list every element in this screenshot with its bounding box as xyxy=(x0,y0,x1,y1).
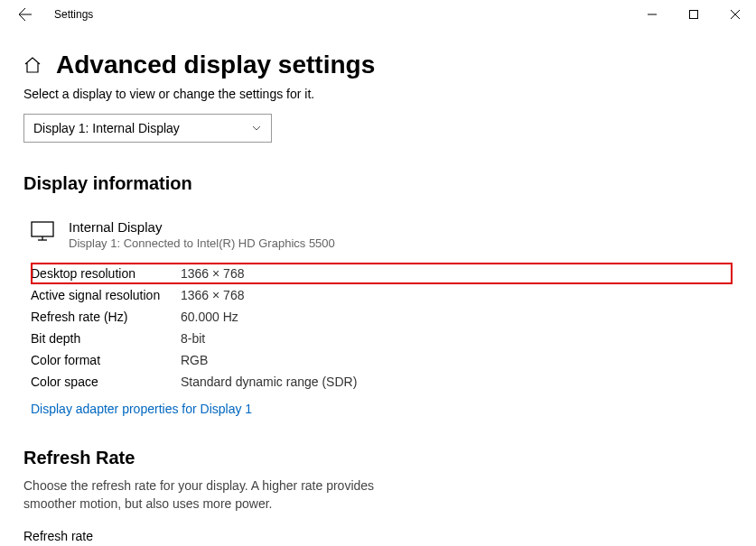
info-label: Desktop resolution xyxy=(31,266,181,281)
info-row-bit-depth: Bit depth 8-bit xyxy=(31,328,733,349)
info-row-active-signal: Active signal resolution 1366 × 768 xyxy=(31,284,733,306)
page-subtext: Select a display to view or change the s… xyxy=(23,87,733,101)
info-label: Bit depth xyxy=(31,331,181,346)
info-row-desktop-resolution: Desktop resolution 1366 × 768 xyxy=(31,263,733,284)
chevron-down-icon xyxy=(251,123,262,134)
refresh-rate-description: Choose the refresh rate for your display… xyxy=(23,477,412,513)
maximize-button[interactable] xyxy=(673,0,714,29)
content-area: Advanced display settings Select a displ… xyxy=(0,29,756,546)
svg-rect-1 xyxy=(690,11,698,19)
display-info-table: Desktop resolution 1366 × 768 Active sig… xyxy=(23,263,733,393)
close-button[interactable] xyxy=(714,0,756,29)
display-connection: Display 1: Connected to Intel(R) HD Grap… xyxy=(69,236,335,250)
page-header: Advanced display settings xyxy=(23,51,733,79)
minimize-button[interactable] xyxy=(631,0,673,29)
home-icon[interactable] xyxy=(23,56,42,74)
arrow-left-icon xyxy=(18,7,33,22)
display-select-dropdown[interactable]: Display 1: Internal Display xyxy=(23,114,272,143)
info-row-color-space: Color space Standard dynamic range (SDR) xyxy=(31,371,733,393)
dropdown-selected: Display 1: Internal Display xyxy=(33,121,180,135)
info-value: 1366 × 768 xyxy=(181,288,244,302)
titlebar: Settings xyxy=(0,0,756,29)
info-label: Color space xyxy=(31,375,181,389)
monitor-icon xyxy=(31,221,54,241)
refresh-rate-label: Refresh rate xyxy=(23,529,733,543)
back-button[interactable] xyxy=(7,0,43,29)
close-icon xyxy=(731,10,740,19)
minimize-icon xyxy=(648,10,657,19)
display-summary: Internal Display Display 1: Connected to… xyxy=(23,219,733,250)
svg-rect-2 xyxy=(32,222,53,236)
info-value: Standard dynamic range (SDR) xyxy=(181,375,357,389)
info-value: 60.000 Hz xyxy=(181,310,238,324)
display-name: Internal Display xyxy=(69,219,335,235)
page-title: Advanced display settings xyxy=(56,51,375,79)
info-row-color-format: Color format RGB xyxy=(31,349,733,371)
info-value: 1366 × 768 xyxy=(181,266,244,281)
window-title: Settings xyxy=(54,8,93,21)
info-label: Color format xyxy=(31,353,181,367)
section-heading-refresh-rate: Refresh Rate xyxy=(23,448,733,468)
info-row-refresh-rate: Refresh rate (Hz) 60.000 Hz xyxy=(31,306,733,328)
window-controls xyxy=(631,0,756,29)
section-heading-display-info: Display information xyxy=(23,173,733,194)
info-label: Refresh rate (Hz) xyxy=(31,310,181,324)
maximize-icon xyxy=(689,10,698,19)
info-label: Active signal resolution xyxy=(31,288,181,302)
adapter-properties-link[interactable]: Display adapter properties for Display 1 xyxy=(23,402,252,416)
info-value: RGB xyxy=(181,353,208,367)
info-value: 8-bit xyxy=(181,331,205,346)
